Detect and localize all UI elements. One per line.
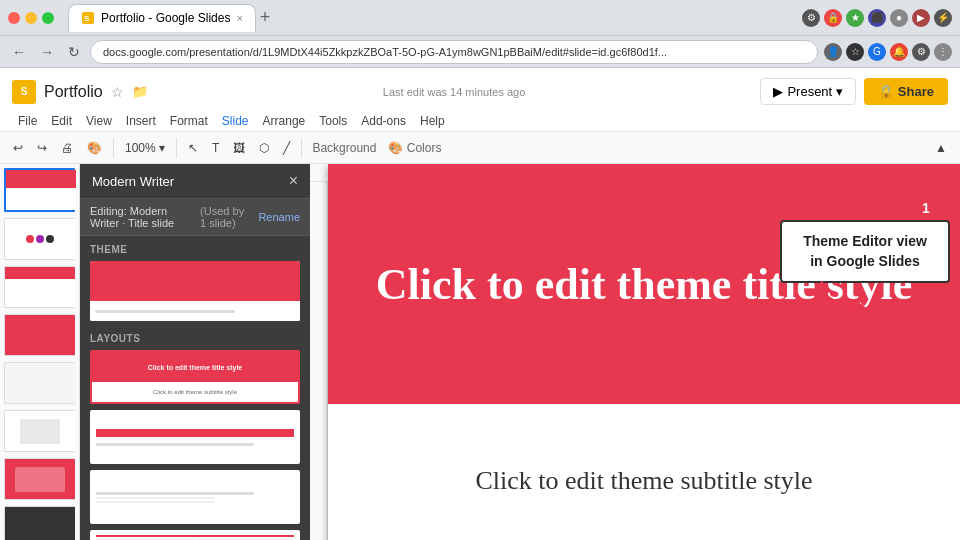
undo-btn[interactable]: ↩ — [8, 138, 28, 158]
layout-thumb-2[interactable] — [90, 410, 300, 464]
layouts-section[interactable]: LAYOUTS Click to edit theme title style … — [80, 329, 310, 540]
slide-thumb-6[interactable] — [4, 410, 75, 452]
layout-thumb-img-4 — [92, 532, 298, 540]
layout-line-3b — [96, 497, 215, 499]
present-chevron: ▾ — [836, 84, 843, 99]
theme-preview-lines — [90, 301, 300, 321]
browser-chrome: S Portfolio - Google Slides × + ⚙ 🔒 ★ ⬛ … — [0, 0, 960, 68]
slide-thumb-7[interactable] — [4, 458, 75, 500]
app-header: S Portfolio ☆ 📁 Last edit was 14 minutes… — [0, 68, 960, 132]
print-btn[interactable]: 🖨 — [56, 138, 78, 158]
background-label: Background — [308, 141, 380, 155]
cursor-btn[interactable]: ↖ — [183, 138, 203, 158]
slide-thumb-8[interactable] — [4, 506, 75, 540]
slide-panel[interactable]: 1 2 3 — [0, 164, 80, 540]
main-area: 1 2 3 — [0, 164, 960, 540]
menu-tools[interactable]: Tools — [313, 111, 353, 131]
menu-edit[interactable]: Edit — [45, 111, 78, 131]
new-tab-btn[interactable]: + — [260, 7, 271, 28]
layout-red-top-1: Click to edit theme title style — [92, 352, 298, 382]
forward-btn[interactable]: → — [36, 42, 58, 62]
toolbar: ↩ ↪ 🖨 🎨 100% ▾ ↖ T 🖼 ⬡ ╱ Background 🎨 Co… — [0, 132, 960, 164]
menu-view[interactable]: View — [80, 111, 118, 131]
layout-line-3c — [96, 501, 215, 503]
star-icon[interactable]: ☆ — [111, 84, 124, 100]
menu-addons[interactable]: Add-ons — [355, 111, 412, 131]
used-count: (Used by 1 slide) — [200, 205, 252, 229]
tab-close-btn[interactable]: × — [236, 12, 242, 24]
theme-editor-title: Modern Writer — [92, 174, 174, 189]
menu-format[interactable]: Format — [164, 111, 214, 131]
active-tab[interactable]: S Portfolio - Google Slides × — [68, 4, 256, 32]
slide-thumb-wrapper-7: 7 — [4, 458, 75, 500]
slide-thumb-1[interactable] — [4, 168, 75, 212]
layout-line-3a — [96, 492, 254, 495]
layout-line-2 — [96, 443, 254, 446]
tab-title: Portfolio - Google Slides — [101, 11, 230, 25]
tab-list: S Portfolio - Google Slides × + — [68, 4, 796, 32]
theme-editor-close-btn[interactable]: × — [289, 172, 298, 190]
layout-white-full-3 — [92, 472, 298, 522]
layout-thumb-4[interactable] — [90, 530, 300, 540]
slide-thumb-preview-2 — [5, 219, 75, 259]
menu-slide[interactable]: Slide — [216, 111, 255, 131]
toolbar-divider-2 — [176, 138, 177, 158]
close-window-btn[interactable] — [8, 12, 20, 24]
textbox-btn[interactable]: T — [207, 138, 224, 158]
minimize-window-btn[interactable] — [25, 12, 37, 24]
tab-favicon: S — [81, 11, 95, 25]
theme-preview[interactable] — [90, 261, 300, 321]
slide-thumb-preview-3 — [5, 267, 75, 307]
menu-insert[interactable]: Insert — [120, 111, 162, 131]
paint-format-btn[interactable]: 🎨 — [82, 138, 107, 158]
slide-thumb-wrapper-5: 5 — [4, 362, 75, 404]
zoom-btn[interactable]: 100% ▾ — [120, 138, 170, 158]
slide-thumb-wrapper-6: 6 — [4, 410, 75, 452]
layout-thumb-1[interactable]: Click to edit theme title style Click to… — [90, 350, 300, 404]
theme-preview-red — [90, 261, 300, 301]
canvas-area[interactable]: 1 Theme Editor view in Google Slides — [310, 164, 960, 540]
shapes-btn[interactable]: ⬡ — [254, 138, 274, 158]
callout-text: Theme Editor view in Google Slides — [803, 233, 927, 269]
slide-thumb-5[interactable] — [4, 362, 75, 404]
redo-btn[interactable]: ↪ — [32, 138, 52, 158]
present-label: Present — [787, 84, 832, 99]
theme-editor-panel: Modern Writer × Editing: Modern Writer ·… — [80, 164, 310, 540]
layout-thumb-img-2 — [92, 412, 298, 462]
slide-subtitle-text[interactable]: Click to edit theme subtitle style — [475, 466, 812, 496]
line-btn[interactable]: ╱ — [278, 138, 295, 158]
folder-icon[interactable]: 📁 — [132, 84, 148, 99]
callout-number: 1 — [912, 194, 940, 222]
menu-arrange[interactable]: Arrange — [257, 111, 312, 131]
maximize-window-btn[interactable] — [42, 12, 54, 24]
slide-thumb-wrapper-3: 3 — [4, 266, 75, 308]
slide-thumb-2[interactable] — [4, 218, 75, 260]
menu-help[interactable]: Help — [414, 111, 451, 131]
refresh-btn[interactable]: ↻ — [64, 42, 84, 62]
slide-thumb-preview-6 — [5, 411, 75, 451]
slide-bottom-section: Click to edit theme subtitle style — [328, 404, 960, 540]
slide-thumb-wrapper-8: 8 — [4, 506, 75, 540]
layout-thumb-img-1: Click to edit theme title style Click to… — [92, 352, 298, 402]
menu-bar: File Edit View Insert Format Slide Arran… — [12, 111, 948, 131]
slide-thumb-preview-7 — [5, 459, 75, 499]
browser-extension-icons: ⚙ 🔒 ★ ⬛ ● ▶ ⚡ — [802, 9, 952, 27]
share-btn[interactable]: 🔒 Share — [864, 78, 948, 105]
theme-editor-header: Modern Writer × — [80, 164, 310, 199]
theme-section: THEME — [80, 236, 310, 329]
app-title-row: S Portfolio ☆ 📁 Last edit was 14 minutes… — [12, 74, 948, 109]
slide-thumb-wrapper-1: 1 — [4, 168, 75, 212]
collapse-btn[interactable]: ▲ — [930, 138, 952, 158]
menu-file[interactable]: File — [12, 111, 43, 131]
slide-thumb-4[interactable] — [4, 314, 75, 356]
slide-thumb-3[interactable] — [4, 266, 75, 308]
back-btn[interactable]: ← — [8, 42, 30, 62]
image-btn[interactable]: 🖼 — [228, 138, 250, 158]
layout-thumb-3[interactable] — [90, 470, 300, 524]
rename-btn[interactable]: Rename — [258, 211, 300, 223]
address-input[interactable] — [90, 40, 818, 64]
toolbar-divider-3 — [301, 138, 302, 158]
present-btn[interactable]: ▶ Present ▾ — [760, 78, 856, 105]
theme-section-label: THEME — [90, 244, 300, 255]
slide-thumb-preview-5 — [5, 363, 75, 403]
